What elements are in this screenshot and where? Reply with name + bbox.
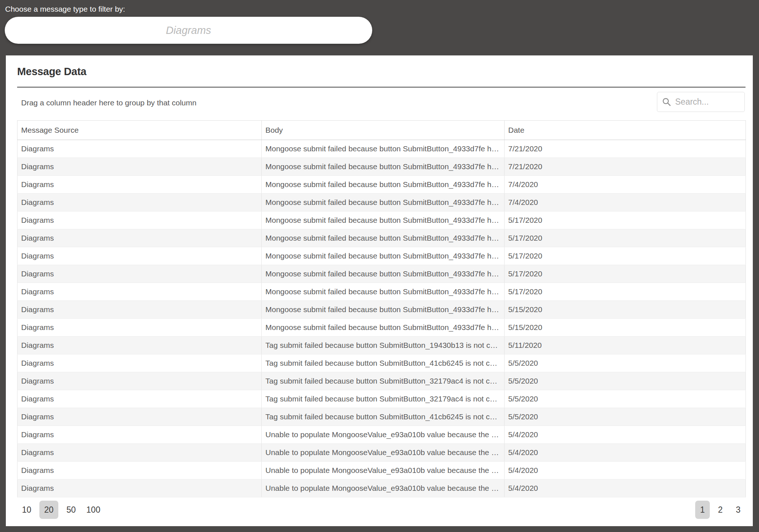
- cell-date: 7/4/2020: [505, 194, 746, 211]
- table-row[interactable]: Diagrams Tag submit failed because butto…: [17, 337, 746, 354]
- cell-message-source: Diagrams: [17, 140, 262, 158]
- page-size-selector: 10 20 50 100: [17, 501, 103, 519]
- cell-message-source: Diagrams: [17, 390, 262, 408]
- cell-date: 5/17/2020: [505, 265, 746, 283]
- cell-body: Tag submit failed because button SubmitB…: [262, 354, 505, 372]
- cell-body: Mongoose submit failed because button Su…: [262, 247, 505, 265]
- cell-date: 5/15/2020: [505, 319, 746, 337]
- cell-date: 5/5/2020: [505, 354, 746, 372]
- table-row[interactable]: Diagrams Mongoose submit failed because …: [17, 158, 746, 176]
- cell-body: Mongoose submit failed because button Su…: [262, 229, 505, 247]
- table-row[interactable]: Diagrams Mongoose submit failed because …: [17, 283, 746, 301]
- table-row[interactable]: Diagrams Tag submit failed because butto…: [17, 408, 746, 426]
- message-type-filter-input[interactable]: [5, 17, 372, 44]
- column-header-date[interactable]: Date: [505, 121, 746, 140]
- page-size-option-10[interactable]: 10: [17, 501, 36, 519]
- cell-body: Mongoose submit failed because button Su…: [262, 265, 505, 283]
- cell-body: Unable to populate MongooseValue_e93a010…: [262, 462, 505, 479]
- table-row[interactable]: Diagrams Mongoose submit failed because …: [17, 247, 746, 265]
- cell-body: Mongoose submit failed because button Su…: [262, 158, 505, 176]
- table-row[interactable]: Diagrams Tag submit failed because butto…: [17, 354, 746, 372]
- grid-search-input[interactable]: [675, 97, 740, 107]
- cell-message-source: Diagrams: [17, 354, 262, 372]
- page-number-3[interactable]: 3: [731, 501, 746, 519]
- cell-body: Unable to populate MongooseValue_e93a010…: [262, 426, 505, 444]
- cell-message-source: Diagrams: [17, 176, 262, 194]
- cell-message-source: Diagrams: [17, 265, 262, 283]
- cell-date: 5/5/2020: [505, 408, 746, 426]
- pagination-bar: 10 20 50 100 1 2 3: [17, 500, 746, 519]
- cell-date: 5/11/2020: [505, 337, 746, 354]
- table-row[interactable]: Diagrams Mongoose submit failed because …: [17, 176, 746, 194]
- page-selector: 1 2 3: [695, 501, 746, 519]
- page-size-option-50[interactable]: 50: [62, 501, 81, 519]
- cell-body: Mongoose submit failed because button Su…: [262, 140, 505, 158]
- table-row[interactable]: Diagrams Unable to populate MongooseValu…: [17, 479, 746, 497]
- cell-message-source: Diagrams: [17, 158, 262, 176]
- cell-message-source: Diagrams: [17, 283, 262, 301]
- cell-message-source: Diagrams: [17, 337, 262, 354]
- cell-message-source: Diagrams: [17, 462, 262, 479]
- cell-message-source: Diagrams: [17, 479, 262, 497]
- cell-date: 5/17/2020: [505, 229, 746, 247]
- cell-body: Mongoose submit failed because button Su…: [262, 301, 505, 319]
- message-type-filter: [5, 17, 372, 44]
- cell-date: 5/5/2020: [505, 390, 746, 408]
- cell-body: Mongoose submit failed because button Su…: [262, 194, 505, 211]
- column-header-body[interactable]: Body: [262, 121, 505, 140]
- group-by-hint[interactable]: Drag a column header here to group by th…: [21, 98, 196, 107]
- grid-search-box: [657, 92, 745, 112]
- table-row[interactable]: Diagrams Mongoose submit failed because …: [17, 265, 746, 283]
- cell-date: 5/17/2020: [505, 283, 746, 301]
- table-row[interactable]: Diagrams Mongoose submit failed because …: [17, 319, 746, 337]
- table-row[interactable]: Diagrams Unable to populate MongooseValu…: [17, 462, 746, 479]
- cell-body: Mongoose submit failed because button Su…: [262, 211, 505, 229]
- table-row[interactable]: Diagrams Tag submit failed because butto…: [17, 390, 746, 408]
- search-icon: [662, 97, 672, 107]
- message-data-panel: Message Data Drag a column header here t…: [6, 55, 753, 526]
- title-divider: [17, 87, 746, 88]
- cell-body: Tag submit failed because button SubmitB…: [262, 337, 505, 354]
- cell-date: 5/17/2020: [505, 247, 746, 265]
- cell-body: Mongoose submit failed because button Su…: [262, 283, 505, 301]
- cell-date: 5/5/2020: [505, 372, 746, 390]
- message-data-grid: Message Source Body Date Diagrams Mongoo…: [17, 120, 746, 497]
- cell-date: 5/17/2020: [505, 211, 746, 229]
- cell-message-source: Diagrams: [17, 372, 262, 390]
- cell-message-source: Diagrams: [17, 444, 262, 462]
- grid-body: Diagrams Mongoose submit failed because …: [17, 140, 746, 497]
- page-size-option-100[interactable]: 100: [84, 501, 103, 519]
- table-row[interactable]: Diagrams Mongoose submit failed because …: [17, 301, 746, 319]
- cell-message-source: Diagrams: [17, 194, 262, 211]
- table-row[interactable]: Diagrams Unable to populate MongooseValu…: [17, 426, 746, 444]
- cell-message-source: Diagrams: [17, 247, 262, 265]
- cell-date: 5/15/2020: [505, 301, 746, 319]
- cell-body: Tag submit failed because button SubmitB…: [262, 390, 505, 408]
- cell-body: Unable to populate MongooseValue_e93a010…: [262, 479, 505, 497]
- table-row[interactable]: Diagrams Tag submit failed because butto…: [17, 372, 746, 390]
- cell-date: 7/4/2020: [505, 176, 746, 194]
- cell-message-source: Diagrams: [17, 229, 262, 247]
- cell-date: 5/4/2020: [505, 444, 746, 462]
- cell-message-source: Diagrams: [17, 426, 262, 444]
- page-number-1[interactable]: 1: [695, 501, 710, 519]
- table-row[interactable]: Diagrams Mongoose submit failed because …: [17, 194, 746, 211]
- cell-date: 5/4/2020: [505, 479, 746, 497]
- cell-date: 7/21/2020: [505, 158, 746, 176]
- table-row[interactable]: Diagrams Mongoose submit failed because …: [17, 140, 746, 158]
- grid-header-row: Message Source Body Date: [17, 121, 746, 140]
- filter-label: Choose a message type to filter by:: [5, 5, 125, 13]
- cell-body: Mongoose submit failed because button Su…: [262, 176, 505, 194]
- cell-body: Unable to populate MongooseValue_e93a010…: [262, 444, 505, 462]
- column-header-message-source[interactable]: Message Source: [17, 121, 262, 140]
- cell-body: Tag submit failed because button SubmitB…: [262, 408, 505, 426]
- cell-message-source: Diagrams: [17, 301, 262, 319]
- page-title: Message Data: [17, 66, 86, 78]
- table-row[interactable]: Diagrams Mongoose submit failed because …: [17, 229, 746, 247]
- page-number-2[interactable]: 2: [713, 501, 728, 519]
- table-row[interactable]: Diagrams Mongoose submit failed because …: [17, 211, 746, 229]
- cell-date: 7/21/2020: [505, 140, 746, 158]
- cell-body: Tag submit failed because button SubmitB…: [262, 372, 505, 390]
- table-row[interactable]: Diagrams Unable to populate MongooseValu…: [17, 444, 746, 462]
- page-size-option-20[interactable]: 20: [39, 501, 58, 519]
